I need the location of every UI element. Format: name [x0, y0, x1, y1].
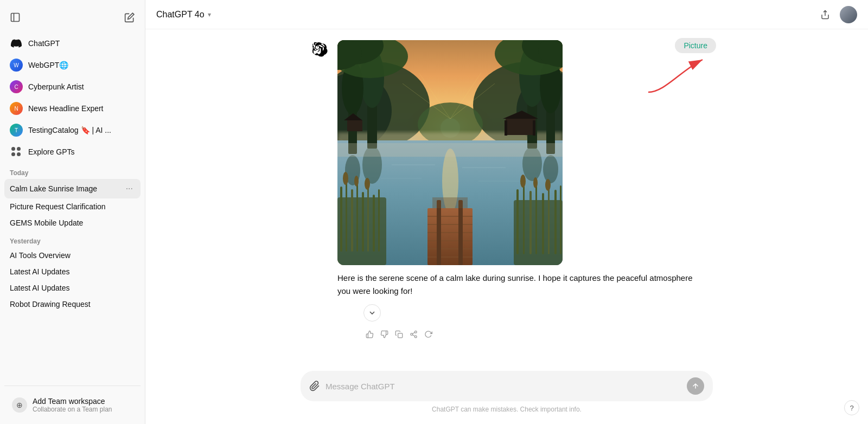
svg-point-58: [533, 177, 538, 188]
chat-item-ai-tools-label: AI Tools Overview: [10, 251, 135, 260]
chat-item-latest-ai-1[interactable]: Latest AI Updates ···: [4, 264, 141, 280]
svg-rect-53: [542, 193, 544, 254]
sidebar-item-chatgpt[interactable]: ChatGPT: [4, 33, 141, 54]
chat-item-picture-request-label: Picture Request Clarification: [10, 202, 135, 211]
chat-item-gems-label: GEMS Mobile Update: [10, 219, 135, 227]
sidebar-item-explore-gpts[interactable]: Explore GPTs: [4, 141, 141, 163]
sidebar-item-cyberpunk-label: Cyberpunk Artist: [28, 82, 84, 91]
scroll-down-button[interactable]: [363, 304, 381, 322]
sidebar-item-chatgpt-label: ChatGPT: [28, 39, 60, 48]
new-chat-button[interactable]: [121, 9, 138, 26]
sidebar-item-testing[interactable]: T TestingCatalog 🔖 | AI ...: [4, 119, 141, 141]
header: ChatGPT 4o ▾: [145, 0, 868, 29]
input-area: ChatGPT can make mistakes. Check importa…: [145, 364, 868, 424]
svg-rect-81: [398, 333, 403, 338]
help-button[interactable]: ?: [844, 400, 859, 415]
chat-item-ai-tools[interactable]: AI Tools Overview ···: [4, 247, 141, 264]
svg-line-85: [412, 335, 414, 336]
svg-rect-76: [337, 143, 563, 157]
svg-rect-40: [356, 184, 358, 252]
svg-point-84: [414, 336, 417, 338]
svg-point-46: [354, 176, 359, 187]
svg-rect-39: [351, 189, 353, 252]
svg-rect-38: [346, 181, 347, 252]
message-wrapper: Here is the serene scene of a calm lake …: [301, 40, 713, 351]
svg-point-82: [414, 331, 417, 333]
svg-rect-56: [560, 185, 561, 254]
chatgpt-icon: [10, 37, 23, 50]
header-right: [817, 6, 857, 23]
footer-disclaimer: ChatGPT can make mistakes. Check importa…: [432, 406, 582, 413]
svg-rect-44: [378, 189, 380, 252]
svg-rect-49: [516, 189, 519, 254]
chat-item-gems-mobile[interactable]: GEMS Mobile Update ···: [4, 215, 141, 231]
svg-line-86: [412, 332, 414, 333]
user-avatar[interactable]: [840, 6, 857, 23]
svg-rect-37: [340, 187, 342, 252]
copy-button[interactable]: [393, 328, 405, 342]
add-team-icon: ⊕: [12, 397, 27, 413]
svg-rect-41: [362, 192, 364, 252]
add-team-workspace-button[interactable]: ⊕ Add Team workspace Collaborate on a Te…: [7, 393, 138, 417]
model-selector-button[interactable]: ChatGPT 4o ▾: [156, 10, 211, 20]
sidebar-item-webgpt[interactable]: W WebGPT🌐: [4, 54, 141, 76]
picture-badge[interactable]: Picture: [675, 38, 716, 53]
chat-item-latest-ai-1-label: Latest AI Updates: [10, 267, 135, 276]
svg-point-59: [545, 179, 551, 191]
thumbs-down-button[interactable]: [378, 328, 391, 342]
chat-item-calm-lake-label: Calm Lake Sunrise Image: [10, 184, 124, 193]
message-input-box: [301, 371, 713, 401]
news-avatar-icon: N: [10, 102, 23, 115]
add-team-title: Add Team workspace: [33, 397, 112, 406]
attach-button[interactable]: [309, 381, 320, 391]
model-name: ChatGPT 4o: [156, 10, 205, 20]
share-button[interactable]: [817, 7, 833, 23]
sidebar-bottom: ⊕ Add Team workspace Collaborate on a Te…: [4, 386, 141, 424]
sidebar-item-explore-label: Explore GPTs: [28, 147, 75, 156]
sidebar-item-testing-label: TestingCatalog 🔖 | AI ...: [28, 126, 111, 134]
svg-rect-30: [505, 120, 507, 136]
cyberpunk-avatar-icon: C: [10, 80, 23, 93]
svg-rect-69: [432, 197, 468, 208]
svg-point-45: [343, 172, 348, 185]
message-input[interactable]: [326, 382, 681, 391]
chat-item-picture-request[interactable]: Picture Request Clarification ···: [4, 198, 141, 215]
ai-message: Here is the serene scene of a calm lake …: [311, 40, 702, 342]
sidebar-top-buttons: [4, 4, 141, 33]
toggle-sidebar-button[interactable]: [7, 9, 24, 26]
svg-rect-26: [347, 120, 362, 131]
svg-rect-68: [458, 200, 463, 265]
svg-rect-50: [523, 184, 525, 254]
sidebar: ChatGPT W WebGPT🌐 C Cyberpunk Artist N N…: [0, 0, 145, 424]
add-team-subtitle: Collaborate on a Team plan: [33, 406, 112, 413]
svg-rect-28: [506, 119, 535, 135]
svg-point-83: [411, 333, 413, 336]
svg-rect-31: [533, 120, 535, 136]
svg-rect-67: [437, 200, 441, 265]
chat-item-robot-drawing[interactable]: Robot Drawing Request ···: [4, 296, 141, 312]
svg-rect-55: [554, 190, 557, 254]
ai-content: Here is the serene scene of a calm lake …: [337, 40, 702, 342]
add-team-text: Add Team workspace Collaborate on a Team…: [33, 397, 112, 413]
sidebar-item-cyberpunk[interactable]: C Cyberpunk Artist: [4, 76, 141, 98]
chat-options-button[interactable]: ···: [124, 183, 135, 195]
testing-avatar-icon: T: [10, 124, 23, 137]
svg-rect-54: [548, 188, 550, 254]
chat-item-latest-ai-2-label: Latest AI Updates: [10, 284, 135, 292]
regenerate-button[interactable]: [422, 328, 435, 342]
sidebar-item-news[interactable]: N News Headline Expert: [4, 98, 141, 119]
thumbs-up-button[interactable]: [363, 328, 376, 342]
ai-message-text: Here is the serene scene of a calm lake …: [337, 272, 702, 298]
svg-rect-0: [11, 14, 20, 22]
yesterday-section-label: Yesterday: [4, 231, 141, 247]
chat-item-calm-lake[interactable]: Calm Lake Sunrise Image ···: [4, 179, 141, 198]
send-button[interactable]: [687, 377, 704, 395]
generated-lake-image: [337, 40, 563, 265]
svg-rect-43: [373, 195, 375, 252]
share-message-button[interactable]: [407, 328, 420, 342]
svg-rect-52: [535, 185, 537, 254]
svg-point-35: [543, 155, 558, 183]
chat-item-latest-ai-2[interactable]: Latest AI Updates ···: [4, 280, 141, 296]
today-section-label: Today: [4, 163, 141, 179]
chat-area: Here is the serene scene of a calm lake …: [145, 29, 868, 364]
